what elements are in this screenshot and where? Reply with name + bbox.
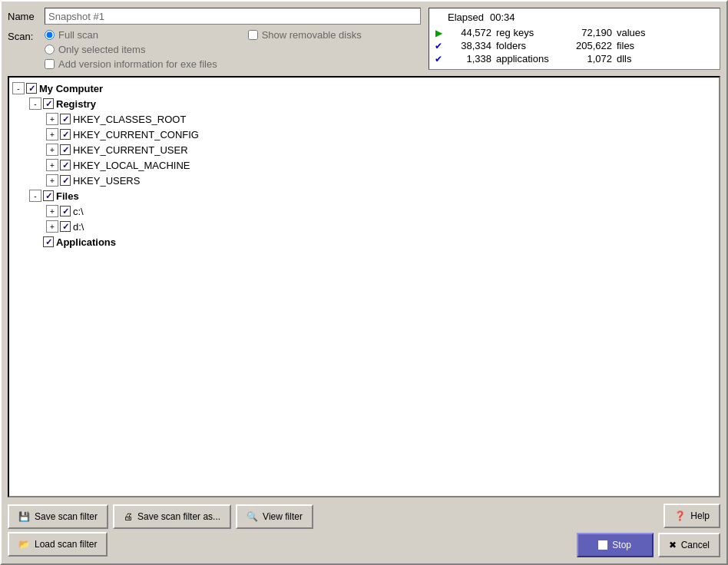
cancel-button[interactable]: ✖ Cancel [658, 533, 720, 557]
view-filter-button[interactable]: 🔍 View filter [236, 504, 313, 529]
btn-row-top: 💾 Save scan filter 🖨 Save scan filter as… [8, 504, 313, 529]
add-version-label: Add version information for exe files [58, 58, 217, 70]
name-input[interactable] [45, 8, 421, 25]
tree-item-hkcc[interactable]: +HKEY_CURRENT_CONFIG [12, 127, 716, 142]
tree-checkbox-d-drive[interactable] [60, 221, 71, 232]
expand-icon-c-drive[interactable]: + [46, 205, 58, 217]
elapsed-label: Elapsed [448, 12, 484, 23]
cancel-icon: ✖ [669, 540, 677, 550]
tree-label-hkcu: HKEY_CURRENT_USER [73, 144, 188, 156]
add-version-checkbox[interactable] [45, 59, 55, 69]
expand-icon-files[interactable]: - [29, 190, 41, 202]
tree-checkbox-c-drive[interactable] [60, 206, 71, 216]
only-selected-radio-row[interactable]: Only selected items [45, 44, 217, 55]
name-label: Name [8, 11, 38, 22]
scan-options-wrapper: Full scan Only selected items Add versio… [45, 29, 362, 70]
save-scan-filter-button[interactable]: 💾 Save scan filter [8, 504, 108, 529]
stats-type2: values [617, 27, 647, 38]
stats-num2: 1,072 [570, 53, 612, 64]
view-filter-label: View filter [263, 511, 303, 522]
tree-label-my-computer: My Computer [39, 83, 103, 94]
full-scan-radio[interactable] [45, 30, 55, 40]
tree-item-files[interactable]: -Files [12, 188, 716, 203]
stats-type2: files [617, 40, 647, 51]
tree-checkbox-my-computer[interactable] [26, 83, 37, 94]
expand-icon-hku[interactable]: + [46, 174, 58, 187]
save-scan-filter-as-icon: 🖨 [124, 511, 133, 522]
help-button[interactable]: ❓ Help [663, 504, 720, 528]
only-selected-radio[interactable] [45, 45, 55, 55]
tree-label-c-drive: c:\ [73, 206, 84, 217]
stats-row: ✔ 1,338 applications 1,072 dlls [432, 52, 716, 65]
tree-label-hku: HKEY_USERS [73, 175, 140, 187]
stats-num2: 72,190 [570, 27, 612, 38]
tree-checkbox-hku[interactable] [60, 175, 71, 186]
stats-type2: dlls [617, 53, 647, 64]
top-section: Name Scan: Full scan Only selected items [8, 8, 720, 70]
left-top: Name Scan: Full scan Only selected items [8, 8, 421, 70]
stats-icon: ✔ [432, 54, 445, 64]
stats-type: folders [496, 40, 565, 51]
expand-icon-registry[interactable]: - [29, 97, 41, 110]
show-removable-checkbox-row[interactable]: Show removable disks [248, 29, 362, 41]
stats-num2: 205,622 [570, 40, 612, 51]
scan-label: Scan: [8, 29, 38, 42]
expand-icon-d-drive[interactable]: + [46, 220, 58, 233]
tree-item-hklm[interactable]: +HKEY_LOCAL_MACHINE [12, 157, 716, 173]
show-removable-checkbox[interactable] [248, 30, 258, 40]
tree-label-d-drive: d:\ [73, 221, 84, 233]
load-scan-filter-label: Load scan filter [35, 539, 97, 550]
bottom-right-btns: ❓ Help Stop ✖ Cancel [577, 504, 720, 557]
full-scan-label: Full scan [58, 29, 98, 41]
tree-checkbox-applications[interactable] [43, 236, 54, 247]
tree-item-d-drive[interactable]: +d:\ [12, 219, 716, 234]
tree-item-hkcu[interactable]: +HKEY_CURRENT_USER [12, 142, 716, 157]
save-scan-filter-icon: 💾 [18, 511, 30, 522]
stats-icon: ▶ [432, 28, 445, 38]
only-selected-label: Only selected items [58, 44, 145, 55]
expand-icon-hkcc[interactable]: + [46, 128, 58, 140]
tree-label-files: Files [56, 190, 79, 202]
tree-checkbox-registry[interactable] [43, 98, 54, 109]
bottom-left-btns: 💾 Save scan filter 🖨 Save scan filter as… [8, 504, 313, 557]
stats-icon: ✔ [432, 41, 445, 51]
view-filter-icon: 🔍 [247, 511, 258, 522]
save-scan-filter-as-button[interactable]: 🖨 Save scan filter as... [113, 504, 231, 529]
tree-checkbox-hkcc[interactable] [60, 129, 71, 140]
main-window: Name Scan: Full scan Only selected items [0, 0, 728, 565]
help-icon: ❓ [674, 510, 686, 521]
tree-item-applications[interactable]: Applications [12, 234, 716, 249]
stats-elapsed-row: Elapsed 00:34 [432, 12, 716, 23]
save-scan-filter-label: Save scan filter [35, 511, 98, 522]
full-scan-radio-row[interactable]: Full scan [45, 29, 217, 41]
expand-icon-hkcu[interactable]: + [46, 144, 58, 156]
expand-icon-my-computer[interactable]: - [12, 82, 25, 94]
tree-checkbox-hkcu[interactable] [60, 144, 71, 155]
stats-type: applications [496, 53, 565, 64]
tree-item-c-drive[interactable]: +c:\ [12, 203, 716, 219]
add-version-checkbox-row[interactable]: Add version information for exe files [45, 58, 217, 70]
expand-icon-hklm[interactable]: + [46, 159, 58, 171]
stop-button[interactable]: Stop [577, 533, 654, 557]
tree-checkbox-files[interactable] [43, 190, 54, 201]
cancel-label: Cancel [681, 540, 710, 550]
tree-item-hku[interactable]: +HKEY_USERS [12, 173, 716, 188]
stop-cancel-row: Stop ✖ Cancel [577, 533, 720, 557]
tree-container: -My Computer-Registry+HKEY_CLASSES_ROOT+… [12, 81, 716, 249]
tree-panel[interactable]: -My Computer-Registry+HKEY_CLASSES_ROOT+… [8, 76, 720, 497]
tree-checkbox-hkcr[interactable] [60, 114, 71, 124]
tree-checkbox-hklm[interactable] [60, 160, 71, 170]
stats-num: 44,572 [449, 27, 491, 38]
stats-row: ✔ 38,334 folders 205,622 files [432, 39, 716, 52]
tree-item-registry[interactable]: -Registry [12, 96, 716, 111]
tree-item-hkcr[interactable]: +HKEY_CLASSES_ROOT [12, 111, 716, 127]
stats-panel: Elapsed 00:34 ▶ 44,572 reg keys 72,190 v… [429, 8, 720, 70]
tree-item-my-computer[interactable]: -My Computer [12, 81, 716, 96]
tree-label-hkcr: HKEY_CLASSES_ROOT [73, 114, 186, 125]
tree-label-hkcc: HKEY_CURRENT_CONFIG [73, 129, 199, 140]
name-row: Name [8, 8, 421, 25]
show-removable-label: Show removable disks [262, 29, 362, 41]
btn-row-bottom: 📂 Load scan filter [8, 532, 313, 557]
load-scan-filter-button[interactable]: 📂 Load scan filter [8, 532, 108, 557]
expand-icon-hkcr[interactable]: + [46, 113, 58, 125]
